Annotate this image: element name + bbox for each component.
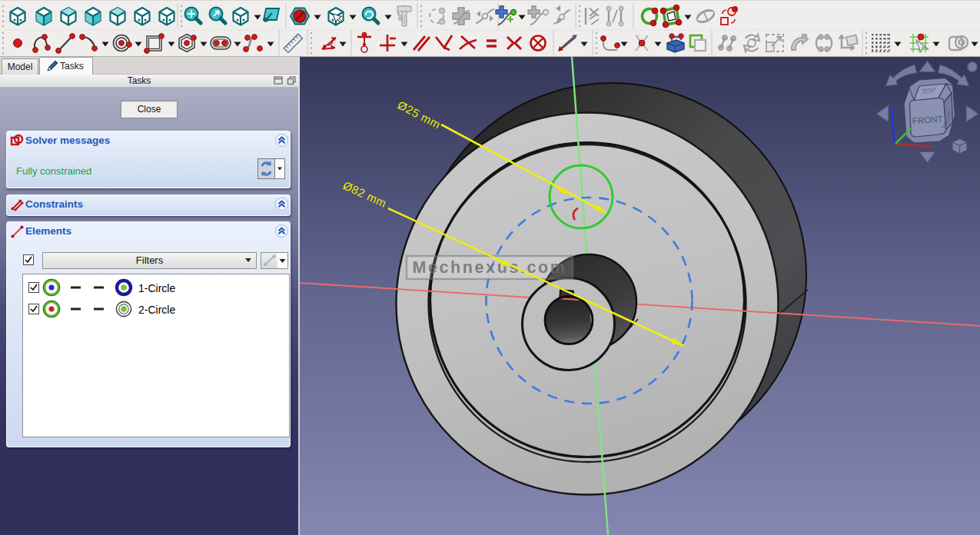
svg-text:Mechnexus.com: Mechnexus.com — [412, 258, 566, 277]
